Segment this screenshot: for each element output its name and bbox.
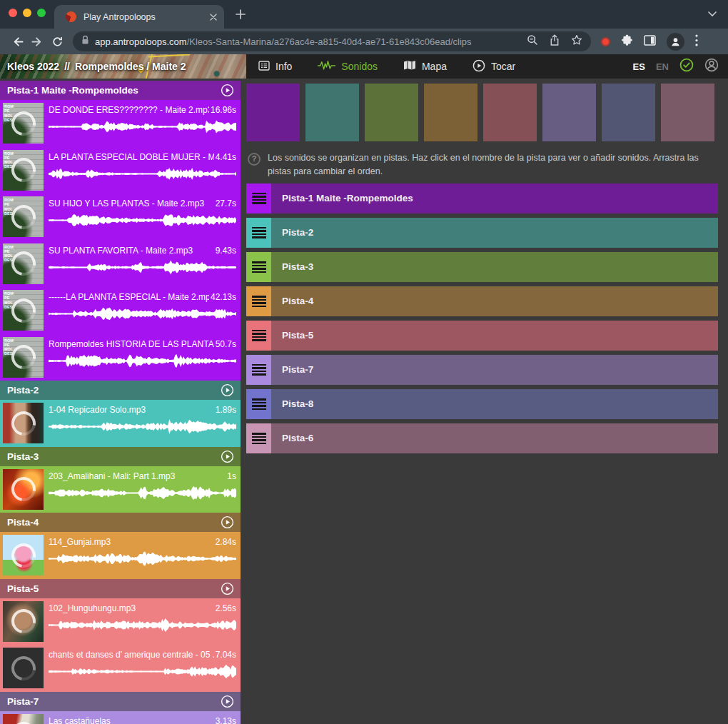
- minimize-window-button[interactable]: [23, 9, 31, 17]
- clip-thumbnail-plant: ROM PE MOL DES: [3, 290, 44, 331]
- track-row[interactable]: Pista-4: [246, 286, 718, 316]
- clip-item[interactable]: Las castañuelas 3.13s: [0, 711, 241, 724]
- track-row[interactable]: Pista-7: [246, 355, 718, 385]
- play-track-icon[interactable]: [221, 516, 234, 529]
- breadcrumb-project[interactable]: Kleos 2022: [7, 61, 59, 72]
- clip-item[interactable]: ROM PE MOL DES SU HIJO Y LAS PLANTAS - M…: [0, 193, 241, 241]
- track-color-swatch[interactable]: [661, 84, 714, 141]
- nav-tab-mapa[interactable]: Mapa: [403, 60, 447, 73]
- track-color-swatch[interactable]: [246, 84, 300, 141]
- zoom-icon[interactable]: [527, 34, 538, 49]
- tab-search-chevron-icon[interactable]: [708, 11, 717, 17]
- back-button[interactable]: [7, 31, 27, 51]
- drag-handle[interactable]: [246, 286, 271, 316]
- clip-item[interactable]: ROM PE MOL DES DE DONDE ERES???????? - M…: [0, 100, 241, 147]
- clip-thumbnail-peppa: [3, 535, 44, 575]
- clip-thumbnail-plant: ROM PE MOL DES: [3, 196, 44, 237]
- drag-handle-icon: [252, 364, 266, 376]
- track-row[interactable]: Pista-6: [246, 423, 718, 453]
- nav-tab-info[interactable]: Info: [258, 60, 292, 74]
- bookmark-star-icon[interactable]: [571, 34, 582, 49]
- check-circle-icon[interactable]: [679, 58, 694, 75]
- clip-item[interactable]: ROM PE MOL DES ------LA PLANNTA ESPECIAL…: [0, 287, 241, 334]
- fullscreen-window-button[interactable]: [37, 9, 46, 17]
- loop-ring-icon: [6, 651, 40, 685]
- app-nav: Info Sonidos Mapa Tocar ES EN: [246, 54, 728, 79]
- tab-close-icon[interactable]: [210, 14, 217, 21]
- clip-item[interactable]: 102_Hunguhungu.mp3 2.56s: [0, 598, 241, 645]
- track-color-swatch[interactable]: [483, 84, 537, 141]
- play-track-icon[interactable]: [221, 582, 234, 595]
- track-header[interactable]: Pista-2: [0, 381, 241, 400]
- url-path: /Kleos-Santa-Marina/a276ac4e-a815-40d4-a…: [187, 36, 472, 47]
- clip-item[interactable]: 1-04 Repicador Solo.mp3 1.89s: [0, 400, 241, 447]
- reload-button[interactable]: [47, 31, 67, 51]
- track-color-swatch[interactable]: [365, 84, 418, 141]
- drag-handle[interactable]: [246, 389, 271, 419]
- new-tab-button[interactable]: [236, 9, 246, 19]
- browser-menu-kebab-icon[interactable]: [695, 34, 698, 49]
- question-mark-icon[interactable]: ?: [248, 153, 261, 166]
- clip-item[interactable]: ROM PE MOL DES LA PLANTA ESPECIAL DOBLE …: [0, 147, 241, 194]
- browser-tab[interactable]: Play Antropoloops: [54, 5, 224, 29]
- nav-tab-sonidos[interactable]: Sonidos: [318, 61, 378, 73]
- track-rows: Pista-1 Maite -Rompemoldes Pista-2 Pista…: [246, 183, 728, 453]
- track-header[interactable]: Pista-3: [0, 447, 241, 466]
- drag-handle-icon: [252, 398, 266, 410]
- lang-en-button[interactable]: EN: [656, 61, 669, 72]
- track-color-swatch[interactable]: [542, 84, 596, 141]
- track-row[interactable]: Pista-1 Maite -Rompemoldes: [246, 183, 718, 213]
- play-track-icon[interactable]: [221, 450, 234, 463]
- sidebar-track: Pista-4 114_Gunjai.mp3 2.84s: [0, 513, 241, 579]
- drag-handle-icon: [252, 433, 266, 444]
- track-color-swatch[interactable]: [305, 84, 359, 141]
- side-panel-icon[interactable]: [644, 35, 656, 49]
- sidebar-track: Pista-7 Las castañuelas 3.13s: [0, 692, 241, 724]
- drag-handle[interactable]: [246, 183, 271, 213]
- drag-handle[interactable]: [246, 252, 271, 282]
- drag-handle[interactable]: [246, 218, 271, 248]
- lang-es-button[interactable]: ES: [633, 61, 645, 72]
- forward-button[interactable]: [27, 31, 47, 51]
- track-header[interactable]: Pista-5: [0, 579, 241, 598]
- site-favicon-icon: [66, 11, 76, 22]
- track-row[interactable]: Pista-8: [246, 389, 718, 419]
- track-row-label: Pista-8: [282, 398, 313, 409]
- play-track-icon[interactable]: [221, 383, 234, 397]
- drag-handle[interactable]: [246, 355, 271, 385]
- track-header[interactable]: Pista-1 Maite -Rompemoldes: [0, 81, 241, 100]
- track-row-label: Pista-1 Maite -Rompemoldes: [282, 193, 413, 203]
- clip-item[interactable]: 114_Gunjai.mp3 2.84s: [0, 532, 241, 579]
- nav-label-mapa: Mapa: [422, 61, 447, 72]
- browser-profile-avatar[interactable]: [667, 33, 684, 51]
- close-window-button[interactable]: [9, 9, 17, 17]
- account-circle-icon[interactable]: [704, 58, 719, 75]
- drag-handle[interactable]: [246, 423, 271, 453]
- track-color-swatch[interactable]: [602, 84, 655, 141]
- nav-tab-tocar[interactable]: Tocar: [472, 59, 515, 74]
- address-bar[interactable]: app.antropoloops.com/Kleos-Santa-Marina/…: [73, 31, 591, 51]
- waveform: [49, 118, 236, 136]
- extensions-puzzle-icon[interactable]: [621, 34, 633, 49]
- track-row[interactable]: Pista-3: [246, 252, 718, 282]
- share-icon[interactable]: [550, 34, 560, 49]
- lock-icon: [81, 35, 89, 48]
- play-track-icon[interactable]: [221, 695, 234, 708]
- clip-item[interactable]: 203_Amalihani - Mali: Part 1.mp3 1s: [0, 466, 241, 513]
- recorder-extension-icon[interactable]: [601, 37, 610, 46]
- track-header[interactable]: Pista-7: [0, 692, 241, 711]
- app-header: Kleos 2022//Rompemoldes / Maite 2 Info S…: [0, 54, 728, 79]
- track-header[interactable]: Pista-4: [0, 513, 241, 532]
- loop-ring-icon: [6, 538, 40, 572]
- loop-ring-icon: [6, 406, 40, 440]
- clip-item[interactable]: ROM PE MOL DES Rompemoldes HISTORIA DE L…: [0, 334, 241, 381]
- clip-item[interactable]: chants et danses d' amerique centrale - …: [0, 645, 241, 692]
- clip-item[interactable]: ROM PE MOL DES SU PLANTA FAVORITA - Mait…: [0, 241, 241, 288]
- breadcrumb[interactable]: Kleos 2022//Rompemoldes / Maite 2: [0, 54, 246, 79]
- play-track-icon[interactable]: [221, 84, 234, 97]
- track-row[interactable]: Pista-5: [246, 321, 718, 351]
- drag-handle[interactable]: [246, 321, 271, 351]
- track-color-swatch[interactable]: [424, 84, 477, 141]
- waveform-icon: [318, 61, 335, 73]
- track-row[interactable]: Pista-2: [246, 218, 718, 248]
